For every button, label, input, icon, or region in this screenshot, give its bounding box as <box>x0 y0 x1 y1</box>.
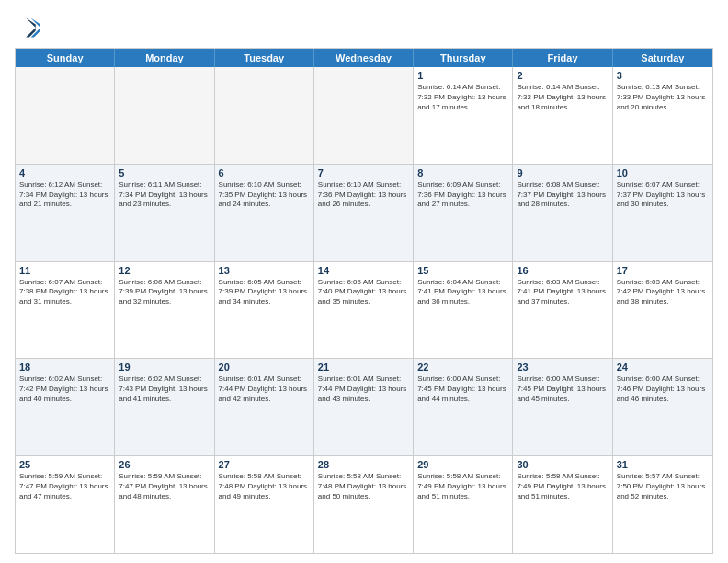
day-number: 20 <box>219 362 310 373</box>
day-number: 6 <box>219 167 310 178</box>
cell-info: Sunrise: 5:58 AM Sunset: 7:49 PM Dayligh… <box>517 472 608 501</box>
calendar: Sunday Monday Tuesday Wednesday Thursday… <box>15 48 713 554</box>
day-number: 12 <box>119 265 210 276</box>
cell-info: Sunrise: 6:02 AM Sunset: 7:43 PM Dayligh… <box>119 374 210 404</box>
header-sunday: Sunday <box>16 49 115 67</box>
calendar-cell <box>16 67 115 164</box>
calendar-cell: 3Sunrise: 6:13 AM Sunset: 7:33 PM Daylig… <box>613 67 712 164</box>
calendar-cell: 8Sunrise: 6:09 AM Sunset: 7:36 PM Daylig… <box>414 165 513 261</box>
cell-info: Sunrise: 6:01 AM Sunset: 7:44 PM Dayligh… <box>219 374 310 404</box>
cell-info: Sunrise: 6:01 AM Sunset: 7:44 PM Dayligh… <box>318 374 409 404</box>
cell-info: Sunrise: 6:13 AM Sunset: 7:33 PM Dayligh… <box>617 83 709 112</box>
calendar-cell: 9Sunrise: 6:08 AM Sunset: 7:37 PM Daylig… <box>513 165 612 261</box>
day-number: 14 <box>318 265 409 276</box>
cell-info: Sunrise: 6:00 AM Sunset: 7:45 PM Dayligh… <box>517 374 608 404</box>
cell-info: Sunrise: 6:08 AM Sunset: 7:37 PM Dayligh… <box>517 180 608 210</box>
day-number: 25 <box>19 459 110 470</box>
cell-info: Sunrise: 6:09 AM Sunset: 7:36 PM Dayligh… <box>417 180 508 210</box>
day-number: 22 <box>417 362 508 373</box>
calendar-cell: 7Sunrise: 6:10 AM Sunset: 7:36 PM Daylig… <box>314 165 414 261</box>
calendar-cell: 12Sunrise: 6:06 AM Sunset: 7:39 PM Dayli… <box>115 262 214 359</box>
header-thursday: Thursday <box>414 49 513 67</box>
calendar-cell: 6Sunrise: 6:10 AM Sunset: 7:35 PM Daylig… <box>215 165 314 261</box>
day-number: 11 <box>19 265 110 276</box>
calendar-cell <box>215 67 314 164</box>
cell-info: Sunrise: 6:10 AM Sunset: 7:35 PM Dayligh… <box>219 180 310 210</box>
calendar-cell: 21Sunrise: 6:01 AM Sunset: 7:44 PM Dayli… <box>314 359 414 455</box>
day-number: 2 <box>517 70 608 81</box>
calendar-cell: 13Sunrise: 6:05 AM Sunset: 7:39 PM Dayli… <box>215 262 314 359</box>
day-number: 30 <box>517 459 608 470</box>
header-saturday: Saturday <box>613 49 712 67</box>
day-number: 5 <box>119 167 210 178</box>
day-number: 17 <box>617 265 709 276</box>
cell-info: Sunrise: 6:05 AM Sunset: 7:40 PM Dayligh… <box>318 278 409 307</box>
day-number: 4 <box>19 167 110 178</box>
calendar-week-5: 25Sunrise: 5:59 AM Sunset: 7:47 PM Dayli… <box>16 456 712 553</box>
page: Sunday Monday Tuesday Wednesday Thursday… <box>0 0 728 563</box>
day-number: 10 <box>617 167 709 178</box>
day-number: 28 <box>318 459 409 470</box>
calendar-cell: 10Sunrise: 6:07 AM Sunset: 7:37 PM Dayli… <box>613 165 712 261</box>
calendar-cell: 19Sunrise: 6:02 AM Sunset: 7:43 PM Dayli… <box>115 359 214 455</box>
day-number: 9 <box>517 167 608 178</box>
cell-info: Sunrise: 6:14 AM Sunset: 7:32 PM Dayligh… <box>417 83 508 112</box>
header-friday: Friday <box>513 49 612 67</box>
calendar-cell: 1Sunrise: 6:14 AM Sunset: 7:32 PM Daylig… <box>414 67 513 164</box>
calendar-header: Sunday Monday Tuesday Wednesday Thursday… <box>16 49 712 67</box>
calendar-week-4: 18Sunrise: 6:02 AM Sunset: 7:42 PM Dayli… <box>16 359 712 456</box>
calendar-cell: 26Sunrise: 5:59 AM Sunset: 7:47 PM Dayli… <box>115 456 214 553</box>
calendar-cell: 4Sunrise: 6:12 AM Sunset: 7:34 PM Daylig… <box>16 165 115 261</box>
calendar-cell: 14Sunrise: 6:05 AM Sunset: 7:40 PM Dayli… <box>314 262 414 359</box>
calendar-cell: 2Sunrise: 6:14 AM Sunset: 7:32 PM Daylig… <box>513 67 612 164</box>
cell-info: Sunrise: 6:11 AM Sunset: 7:34 PM Dayligh… <box>119 180 210 210</box>
cell-info: Sunrise: 5:58 AM Sunset: 7:48 PM Dayligh… <box>219 472 310 501</box>
calendar-cell: 22Sunrise: 6:00 AM Sunset: 7:45 PM Dayli… <box>414 359 513 455</box>
cell-info: Sunrise: 5:57 AM Sunset: 7:50 PM Dayligh… <box>617 472 709 501</box>
day-number: 18 <box>19 362 110 373</box>
cell-info: Sunrise: 6:03 AM Sunset: 7:41 PM Dayligh… <box>517 278 608 307</box>
cell-info: Sunrise: 5:59 AM Sunset: 7:47 PM Dayligh… <box>19 472 110 501</box>
cell-info: Sunrise: 6:02 AM Sunset: 7:42 PM Dayligh… <box>19 374 110 404</box>
calendar-body: 1Sunrise: 6:14 AM Sunset: 7:32 PM Daylig… <box>16 67 712 553</box>
day-number: 24 <box>617 362 709 373</box>
header-tuesday: Tuesday <box>215 49 314 67</box>
calendar-cell: 18Sunrise: 6:02 AM Sunset: 7:42 PM Dayli… <box>16 359 115 455</box>
day-number: 23 <box>517 362 608 373</box>
logo-icon <box>15 15 40 40</box>
cell-info: Sunrise: 6:10 AM Sunset: 7:36 PM Dayligh… <box>318 180 409 210</box>
calendar-week-3: 11Sunrise: 6:07 AM Sunset: 7:38 PM Dayli… <box>16 262 712 360</box>
cell-info: Sunrise: 6:03 AM Sunset: 7:42 PM Dayligh… <box>617 278 709 307</box>
day-number: 13 <box>219 265 310 276</box>
day-number: 27 <box>219 459 310 470</box>
calendar-cell <box>314 67 414 164</box>
day-number: 26 <box>119 459 210 470</box>
calendar-cell: 11Sunrise: 6:07 AM Sunset: 7:38 PM Dayli… <box>16 262 115 359</box>
calendar-week-2: 4Sunrise: 6:12 AM Sunset: 7:34 PM Daylig… <box>16 165 712 262</box>
calendar-cell: 5Sunrise: 6:11 AM Sunset: 7:34 PM Daylig… <box>115 165 214 261</box>
day-number: 1 <box>417 70 508 81</box>
calendar-cell: 20Sunrise: 6:01 AM Sunset: 7:44 PM Dayli… <box>215 359 314 455</box>
calendar-cell: 30Sunrise: 5:58 AM Sunset: 7:49 PM Dayli… <box>513 456 612 553</box>
calendar-cell: 28Sunrise: 5:58 AM Sunset: 7:48 PM Dayli… <box>314 456 414 553</box>
calendar-week-1: 1Sunrise: 6:14 AM Sunset: 7:32 PM Daylig… <box>16 67 712 165</box>
cell-info: Sunrise: 6:00 AM Sunset: 7:45 PM Dayligh… <box>417 374 508 404</box>
day-number: 19 <box>119 362 210 373</box>
calendar-cell: 17Sunrise: 6:03 AM Sunset: 7:42 PM Dayli… <box>613 262 712 359</box>
cell-info: Sunrise: 6:06 AM Sunset: 7:39 PM Dayligh… <box>119 278 210 307</box>
cell-info: Sunrise: 6:05 AM Sunset: 7:39 PM Dayligh… <box>219 278 310 307</box>
day-number: 7 <box>318 167 409 178</box>
cell-info: Sunrise: 6:14 AM Sunset: 7:32 PM Dayligh… <box>517 83 608 112</box>
day-number: 16 <box>517 265 608 276</box>
header-wednesday: Wednesday <box>314 49 414 67</box>
header <box>15 15 713 40</box>
header-monday: Monday <box>115 49 214 67</box>
logo <box>15 15 44 40</box>
calendar-cell: 24Sunrise: 6:00 AM Sunset: 7:46 PM Dayli… <box>613 359 712 455</box>
cell-info: Sunrise: 6:12 AM Sunset: 7:34 PM Dayligh… <box>19 180 110 210</box>
day-number: 31 <box>617 459 709 470</box>
cell-info: Sunrise: 5:58 AM Sunset: 7:48 PM Dayligh… <box>318 472 409 501</box>
day-number: 15 <box>417 265 508 276</box>
day-number: 29 <box>417 459 508 470</box>
cell-info: Sunrise: 6:04 AM Sunset: 7:41 PM Dayligh… <box>417 278 508 307</box>
